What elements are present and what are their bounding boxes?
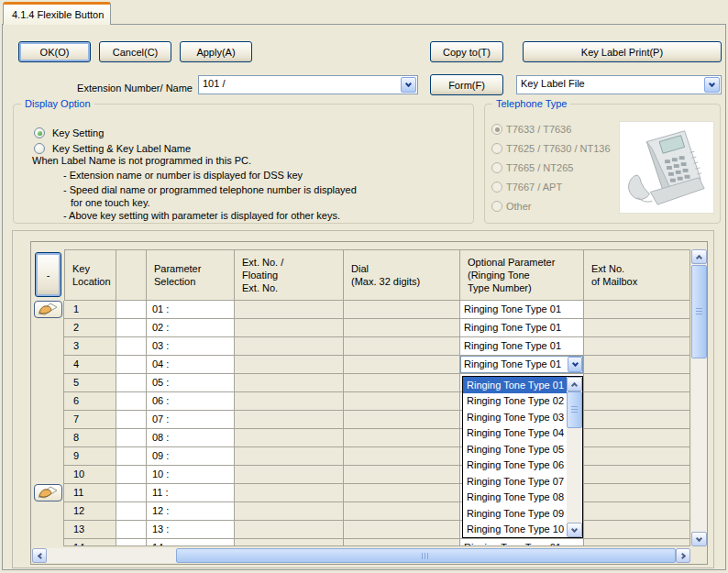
key-label-file-dropdown-button[interactable] <box>704 77 720 93</box>
table-row: 1414 :Ringing Tone Type 01 <box>32 539 690 546</box>
dropdown-item[interactable]: Ringing Tone Type 10 <box>463 522 567 538</box>
blank-cell[interactable] <box>116 319 147 337</box>
parameter-selection-cell[interactable]: 09 : <box>147 447 235 466</box>
parameter-selection-cell[interactable]: 07 : <box>147 411 235 429</box>
table-horizontal-scrollbar[interactable] <box>32 548 690 563</box>
blank-cell[interactable] <box>116 411 147 429</box>
telephone-photo-svg <box>620 122 713 213</box>
dropdown-item[interactable]: Ringing Tone Type 02 <box>463 393 567 410</box>
minus-button[interactable]: - <box>35 252 61 297</box>
tab-flexible-button[interactable]: 4.1.4 Flexible Button <box>3 2 111 25</box>
optional-parameter-cell[interactable]: Ringing Tone Type 01 <box>460 539 584 546</box>
dropdown-item[interactable]: Ringing Tone Type 03 <box>463 409 567 425</box>
optional-parameter-cell[interactable]: Ringing Tone Type 01 <box>460 337 584 356</box>
dropdown-scroll-up-button[interactable] <box>567 377 582 391</box>
telephone-type-title: Telephone Type <box>492 98 570 109</box>
optional-parameter-cell[interactable]: Ringing Tone Type 01 <box>460 319 584 337</box>
row-icon-cell <box>32 466 64 484</box>
dropdown-item[interactable]: Ringing Tone Type 07 <box>463 473 567 490</box>
chevron-down-icon <box>571 525 578 532</box>
key-location-cell: 2 <box>64 319 116 337</box>
table-row: 1111 : <box>32 484 690 502</box>
form-button[interactable]: Form(F) <box>430 74 503 95</box>
dial-cell <box>344 502 460 521</box>
blank-cell[interactable] <box>116 392 147 411</box>
ext-no-cell <box>235 502 344 521</box>
parameter-selection-cell[interactable]: 03 : <box>147 337 235 356</box>
parameter-selection-cell[interactable]: 01 : <box>147 301 235 319</box>
mailbox-cell <box>584 502 690 521</box>
scroll-right-button[interactable] <box>676 548 690 563</box>
blank-cell[interactable] <box>116 447 147 466</box>
dropdown-item[interactable]: Ringing Tone Type 09 <box>463 505 567 522</box>
dropdown-item[interactable]: Ringing Tone Type 05 <box>463 441 567 457</box>
blank-cell[interactable] <box>116 429 147 447</box>
blank-cell[interactable] <box>116 301 147 319</box>
parameter-selection-cell[interactable]: 14 : <box>147 539 235 546</box>
mailbox-cell <box>584 521 690 539</box>
copy-to-button[interactable]: Copy to(T) <box>430 41 503 62</box>
blank-cell[interactable] <box>116 539 147 546</box>
blank-cell[interactable] <box>116 466 147 484</box>
dropdown-item[interactable]: Ringing Tone Type 04 <box>463 425 567 442</box>
hand-icon-button[interactable] <box>34 484 62 501</box>
blank-cell[interactable] <box>116 521 147 539</box>
hand-icon-button[interactable] <box>34 301 62 318</box>
table-row: 909 : <box>32 447 690 466</box>
dropdown-item[interactable]: Ringing Tone Type 01 <box>463 377 567 393</box>
table-vertical-scrollbar[interactable] <box>691 249 707 546</box>
ringing-tone-combo[interactable]: Ringing Tone Type 01 <box>460 356 583 373</box>
parameter-selection-cell[interactable]: 04 : <box>147 356 235 374</box>
parameter-selection-cell[interactable]: 02 : <box>147 319 235 337</box>
ringing-tone-combo-dropdown-button[interactable] <box>568 357 582 372</box>
optional-parameter-cell[interactable]: Ringing Tone Type 01 <box>460 356 584 374</box>
cancel-button[interactable]: Cancel(C) <box>99 41 171 62</box>
parameter-selection-cell[interactable]: 11 : <box>147 484 235 502</box>
extension-number-label: Extension Number/ Name <box>37 83 193 94</box>
chevron-right-icon <box>678 552 685 558</box>
radio-button-selected[interactable] <box>34 127 45 138</box>
radio-button[interactable] <box>34 143 45 154</box>
dropdown-scroll-thumb[interactable] <box>567 391 582 428</box>
key-label-file-combo[interactable]: Key Label File <box>516 75 722 94</box>
blank-cell[interactable] <box>116 484 147 502</box>
parameter-selection-cell[interactable]: 12 : <box>147 502 235 521</box>
row-icon-cell <box>32 502 64 521</box>
key-label-print-button[interactable]: Key Label Print(P) <box>523 41 722 62</box>
vertical-scroll-thumb[interactable] <box>691 265 707 358</box>
dropdown-scroll-down-button[interactable] <box>567 523 582 537</box>
ringing-tone-combo-value: Ringing Tone Type 01 <box>461 357 568 372</box>
scroll-left-button[interactable] <box>32 548 47 563</box>
parameter-selection-cell[interactable]: 05 : <box>147 374 235 392</box>
blank-cell[interactable] <box>116 502 147 521</box>
key-label-file-value: Key Label File <box>517 76 703 94</box>
table-row: 404 :Ringing Tone Type 01 <box>32 356 690 374</box>
header-dial: Dial (Max. 32 digits) <box>344 249 460 301</box>
ext-no-cell <box>235 411 344 429</box>
extension-combo[interactable]: 101 / <box>198 75 418 94</box>
parameter-selection-cell[interactable]: 13 : <box>147 521 235 539</box>
dropdown-scrollbar[interactable] <box>567 377 582 537</box>
optional-parameter-cell[interactable]: Ringing Tone Type 01 <box>460 301 584 319</box>
blank-cell[interactable] <box>116 337 147 356</box>
chevron-down-icon <box>709 81 715 87</box>
extension-combo-dropdown-button[interactable] <box>401 77 416 93</box>
scroll-down-button[interactable] <box>691 532 707 546</box>
dropdown-item[interactable]: Ringing Tone Type 06 <box>463 457 567 474</box>
horizontal-scroll-thumb[interactable] <box>176 548 676 563</box>
dropdown-item[interactable]: Ringing Tone Type 08 <box>463 490 567 506</box>
table-row: 1212 : <box>32 502 690 521</box>
apply-button[interactable]: Apply(A) <box>180 41 252 62</box>
parameter-selection-cell[interactable]: 06 : <box>147 392 235 411</box>
row-icon-cell <box>32 319 64 337</box>
blank-cell[interactable] <box>116 374 147 392</box>
ext-no-cell <box>235 301 344 319</box>
parameter-selection-cell[interactable]: 10 : <box>147 466 235 484</box>
parameter-selection-cell[interactable]: 08 : <box>147 429 235 447</box>
ok-button[interactable]: OK(O) <box>18 41 91 62</box>
scroll-up-button[interactable] <box>691 249 707 264</box>
blank-cell[interactable] <box>116 356 147 374</box>
header-optional-parameter: Optional Parameter (Ringing Tone Type Nu… <box>460 249 584 301</box>
corner-header-cell: - <box>32 249 64 301</box>
ext-no-cell <box>235 484 344 502</box>
